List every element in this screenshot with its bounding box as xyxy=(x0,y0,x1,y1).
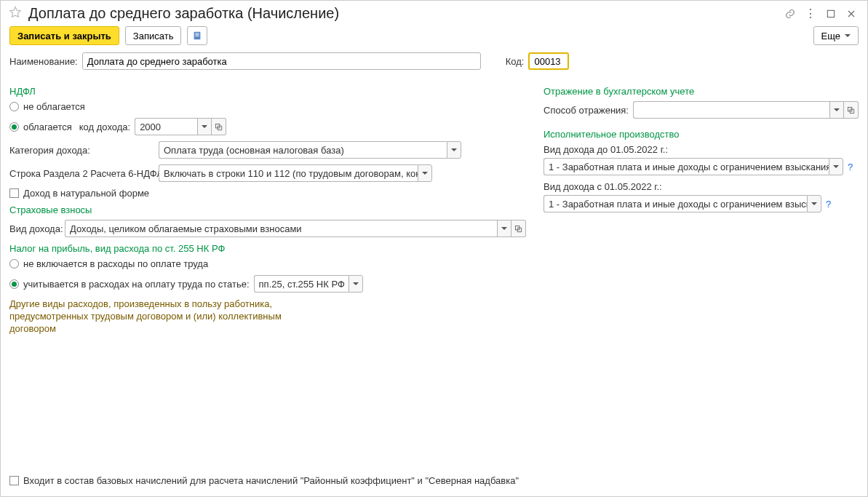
ndfl-none-radio[interactable]: не облагается xyxy=(9,101,85,112)
np-include-label: учитывается в расходах на оплату труда п… xyxy=(23,279,250,290)
enf-section-title: Исполнительное производство xyxy=(544,129,859,140)
acc-method-combo[interactable] xyxy=(633,101,859,119)
np-none-label: не включается в расходы по оплате труда xyxy=(23,258,208,269)
ndfl-code-value: 2000 xyxy=(135,118,197,135)
chevron-down-icon[interactable] xyxy=(349,275,363,293)
np-include-radio[interactable]: учитывается в расходах на оплату труда п… xyxy=(9,279,250,290)
svg-rect-2 xyxy=(196,33,199,34)
ndfl-row2-value: Включать в строки 110 и 112 (по трудовым… xyxy=(159,164,418,182)
chevron-down-icon[interactable] xyxy=(418,164,432,182)
chevron-down-icon[interactable] xyxy=(829,101,844,119)
link-icon[interactable] xyxy=(784,8,796,20)
sv-section-title: Страховые взносы xyxy=(9,204,526,215)
maximize-icon[interactable] xyxy=(825,8,837,20)
sv-kind-value: Доходы, целиком облагаемые страховыми вз… xyxy=(65,220,497,237)
kebab-menu-icon[interactable] xyxy=(805,8,816,20)
base-accruals-checkbox[interactable]: Входит в состав базовых начислений для р… xyxy=(9,475,519,486)
save-and-close-button[interactable]: Записать и закрыть xyxy=(9,26,119,45)
more-button[interactable]: Еще xyxy=(813,26,859,45)
np-none-radio[interactable]: не включается в расходы по оплате труда xyxy=(9,258,208,269)
ndfl-category-value: Оплата труда (основная налоговая база) xyxy=(159,141,447,159)
report-button[interactable] xyxy=(187,26,207,45)
ndfl-code-combo[interactable]: 2000 xyxy=(135,118,226,135)
ndfl-none-label: не облагается xyxy=(23,101,85,112)
enf-before-combo[interactable]: 1 - Заработная плата и иные доходы с огр… xyxy=(544,158,843,175)
chevron-down-icon[interactable] xyxy=(497,220,511,237)
np-note: Другие виды расходов, произведенных в по… xyxy=(9,298,286,335)
open-ref-icon[interactable] xyxy=(844,101,859,119)
enf-before-value: 1 - Заработная плата и иные доходы с огр… xyxy=(544,158,829,175)
ndfl-taxable-radio[interactable]: облагается xyxy=(9,122,72,132)
ndfl-row2-label: Строка Раздела 2 Расчета 6-НДФЛ: xyxy=(9,168,159,179)
np-article-value: пп.25, ст.255 НК РФ xyxy=(254,275,349,293)
acc-method-value xyxy=(633,101,829,119)
code-input[interactable] xyxy=(528,52,569,70)
open-ref-icon[interactable] xyxy=(511,220,526,237)
ndfl-natural-label: Доход в натуральной форме xyxy=(23,188,149,199)
ndfl-taxable-label: облагается xyxy=(23,122,72,132)
enf-before-label: Вид дохода до 01.05.2022 г.: xyxy=(544,144,668,155)
window-title: Доплата до среднего заработка (Начислени… xyxy=(28,5,784,22)
enf-after-label: Вид дохода с 01.05.2022 г.: xyxy=(544,181,662,192)
chevron-down-icon[interactable] xyxy=(447,141,461,159)
close-icon[interactable] xyxy=(845,8,857,20)
ndfl-natural-checkbox[interactable]: Доход в натуральной форме xyxy=(9,188,149,199)
open-ref-icon[interactable] xyxy=(212,118,226,135)
enf-after-combo[interactable]: 1 - Заработная плата и иные доходы с огр… xyxy=(544,195,821,212)
svg-rect-0 xyxy=(827,10,834,17)
chevron-down-icon[interactable] xyxy=(829,158,843,175)
ndfl-category-label: Категория дохода: xyxy=(9,145,159,156)
name-input[interactable] xyxy=(82,52,481,70)
ndfl-code-label: код дохода: xyxy=(79,122,130,132)
ndfl-category-combo[interactable]: Оплата труда (основная налоговая база) xyxy=(159,141,461,159)
help-icon[interactable]: ? xyxy=(826,199,831,210)
sv-kind-combo[interactable]: Доходы, целиком облагаемые страховыми вз… xyxy=(65,220,526,237)
np-article-combo[interactable]: пп.25, ст.255 НК РФ xyxy=(254,275,363,293)
svg-rect-3 xyxy=(196,34,199,35)
np-section-title: Налог на прибыль, вид расхода по ст. 255… xyxy=(9,243,526,254)
svg-rect-4 xyxy=(196,36,199,36)
sv-kind-label: Вид дохода: xyxy=(9,223,63,234)
favorite-star-icon[interactable] xyxy=(8,5,23,22)
chevron-down-icon[interactable] xyxy=(197,118,212,135)
acc-section-title: Отражение в бухгалтерском учете xyxy=(544,86,859,97)
enf-after-value: 1 - Заработная плата и иные доходы с огр… xyxy=(544,195,807,212)
chevron-down-icon[interactable] xyxy=(807,195,821,212)
base-accruals-label: Входит в состав базовых начислений для р… xyxy=(23,475,519,486)
ndfl-row2-combo[interactable]: Включать в строки 110 и 112 (по трудовым… xyxy=(159,164,432,182)
name-label: Наименование: xyxy=(9,56,78,67)
help-icon[interactable]: ? xyxy=(848,162,853,172)
acc-method-label: Способ отражения: xyxy=(544,105,629,116)
save-button[interactable]: Записать xyxy=(125,26,182,45)
ndfl-section-title: НДФЛ xyxy=(9,86,526,97)
code-label: Код: xyxy=(506,56,525,67)
